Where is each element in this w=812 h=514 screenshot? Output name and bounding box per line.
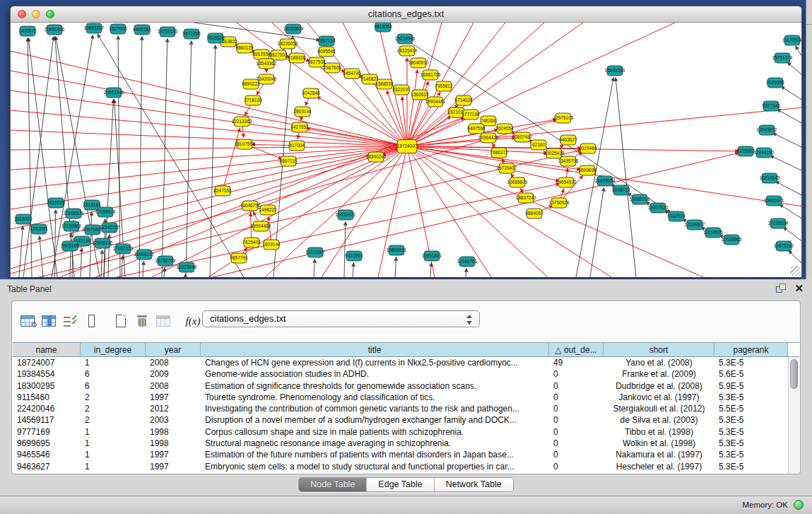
cell-short[interactable]: Tibbo et al. (1998): [604, 426, 714, 438]
cell-title[interactable]: Structural magnetic resonance image aver…: [201, 438, 549, 449]
graph-node[interactable]: 9310561: [345, 251, 363, 261]
graph-node[interactable]: 8813054: [374, 23, 392, 32]
graph-node[interactable]: 9860129: [235, 43, 254, 53]
graph-node[interactable]: 9227343: [762, 101, 780, 111]
graph-node[interactable]: 2616015: [47, 198, 65, 208]
graph-node[interactable]: 10088318: [630, 194, 650, 204]
table-selector-dropdown[interactable]: citations_edges.txt: [202, 310, 480, 327]
graph-node[interactable]: 7857224: [317, 36, 336, 46]
cell-indegree[interactable]: 1: [81, 461, 146, 472]
graph-node[interactable]: 9777169: [461, 110, 480, 119]
graph-node[interactable]: 7625402: [242, 238, 261, 247]
cell-indegree[interactable]: 2: [81, 414, 146, 426]
cell-year[interactable]: 2008: [146, 357, 201, 368]
graph-node[interactable]: 13495758: [558, 156, 579, 166]
cell-outde[interactable]: 0: [549, 368, 604, 380]
cell-short[interactable]: Yano et al. (2008): [604, 357, 714, 368]
cell-name[interactable]: 9115460: [13, 392, 81, 403]
graph-node[interactable]: 8215953: [736, 146, 755, 156]
cell-name[interactable]: 9699695: [13, 438, 81, 449]
graph-node[interactable]: 9463627: [559, 135, 577, 145]
graph-node[interactable]: 90975887: [83, 225, 103, 235]
table-row[interactable]: 1872400712008Changes of HCN gene express…: [13, 357, 788, 368]
cell-outde[interactable]: 49: [549, 357, 604, 368]
graph-node[interactable]: 11170534: [782, 35, 801, 45]
graph-node[interactable]: 11007520: [648, 203, 669, 213]
graph-node[interactable]: 12505135: [93, 238, 113, 248]
graph-node[interactable]: 11156869: [61, 221, 81, 231]
unassign-column-icon[interactable]: [83, 312, 100, 330]
graph-node[interactable]: 18325419: [397, 46, 418, 56]
graph-node[interactable]: 11311067: [305, 247, 325, 257]
cell-indegree[interactable]: 6: [81, 368, 146, 380]
table-row[interactable]: 1456911722003Disruption of a novel membe…: [13, 414, 788, 426]
graph-node[interactable]: 18640910: [408, 58, 429, 68]
cell-name[interactable]: 9463627: [13, 461, 81, 472]
cell-short[interactable]: Dudbridge et al. (2008): [604, 380, 714, 392]
graph-node[interactable]: 1362615: [411, 90, 429, 100]
new-file-icon[interactable]: [112, 312, 129, 330]
graph-node[interactable]: 12975105: [553, 113, 574, 123]
cell-year[interactable]: 1997: [146, 392, 201, 403]
graph-node[interactable]: 16720407: [497, 163, 517, 173]
graph-node[interactable]: 17016534: [768, 218, 789, 228]
graph-node[interactable]: 2718120: [244, 95, 262, 105]
tab-node-table[interactable]: Node Table: [299, 478, 366, 491]
graph-node[interactable]: 12923448: [177, 262, 197, 272]
cell-title[interactable]: Genome-wide association studies in ADHD.: [201, 368, 549, 380]
graph-node[interactable]: 10453921: [336, 210, 356, 220]
table-row[interactable]: 911546021997Tourette syndrome. Phenomeno…: [13, 392, 788, 403]
cell-year[interactable]: 2009: [146, 368, 201, 380]
graph-node[interactable]: 1609144: [262, 240, 281, 250]
close-panel-icon[interactable]: ✕: [794, 284, 804, 293]
cell-pagerank[interactable]: 5.3E-5: [714, 449, 788, 460]
graph-node[interactable]: 7955812: [435, 81, 453, 91]
cell-pagerank[interactable]: 5.9E-5: [714, 380, 788, 392]
graph-node[interactable]: 1243501: [30, 224, 48, 234]
graph-node[interactable]: 13756928: [549, 198, 570, 208]
graph-node[interactable]: 16046756: [240, 201, 261, 211]
graph-node[interactable]: 15751074: [772, 53, 793, 63]
function-builder-icon[interactable]: f(x): [184, 312, 201, 330]
window-resize-grip[interactable]: [790, 266, 800, 276]
graph-node[interactable]: 20053346: [104, 88, 124, 98]
cell-short[interactable]: Stergiakouli et al. (2012): [604, 403, 714, 414]
graph-node[interactable]: 9129966: [766, 78, 784, 88]
graph-node[interactable]: 62160: [531, 140, 546, 150]
cell-outde[interactable]: 0: [549, 438, 604, 449]
column-header-short[interactable]: short: [604, 343, 714, 356]
graph-node[interactable]: 7986372: [490, 148, 508, 158]
cell-title[interactable]: Disruption of a novel member of a sodium…: [201, 414, 549, 426]
graph-node[interactable]: 10807487: [512, 132, 533, 142]
cell-pagerank[interactable]: 5.3E-5: [714, 438, 788, 449]
graph-node[interactable]: 1405572: [18, 26, 37, 36]
scrollbar-thumb[interactable]: [790, 359, 798, 389]
graph-node[interactable]: 9699695: [578, 165, 596, 175]
column-header-outde[interactable]: △ out_de...: [549, 343, 604, 356]
graph-node[interactable]: 3915900: [14, 214, 33, 224]
cell-pagerank[interactable]: 5.3E-5: [714, 392, 788, 403]
graph-node[interactable]: 18107554: [235, 139, 255, 149]
vertical-scrollbar[interactable]: [788, 357, 799, 473]
graph-node[interactable]: 17957223: [113, 244, 134, 254]
cell-short[interactable]: Nakamura et al. (1997): [604, 449, 714, 460]
column-header-title[interactable]: title: [201, 343, 549, 356]
graph-node[interactable]: 6497568: [467, 124, 486, 134]
cell-outde[interactable]: 0: [549, 403, 604, 414]
graph-node[interactable]: 19654923: [556, 177, 577, 187]
cell-outde[interactable]: 0: [549, 426, 604, 438]
graph-node[interactable]: 10653287: [84, 23, 105, 33]
graph-node[interactable]: 5905195: [61, 241, 79, 251]
graph-node[interactable]: 2367608: [323, 63, 341, 73]
graph-node[interactable]: 817004: [289, 141, 305, 151]
cell-pagerank[interactable]: 5.3E-5: [714, 357, 788, 368]
table-row[interactable]: 2242004622012Investigating the contribut…: [13, 403, 788, 414]
cell-title[interactable]: Tourette syndrome. Phenomenology and cla…: [201, 392, 549, 403]
graph-node[interactable]: 16782759: [155, 256, 176, 266]
cell-outde[interactable]: 0: [549, 414, 604, 426]
cell-year[interactable]: 2012: [146, 403, 201, 414]
graph-node[interactable]: 12161751: [457, 257, 478, 267]
cell-pagerank[interactable]: 5.6E-5: [714, 368, 788, 380]
graph-node[interactable]: 12213363: [232, 117, 252, 127]
cell-short[interactable]: Hescheler et al. (1997): [604, 461, 714, 472]
